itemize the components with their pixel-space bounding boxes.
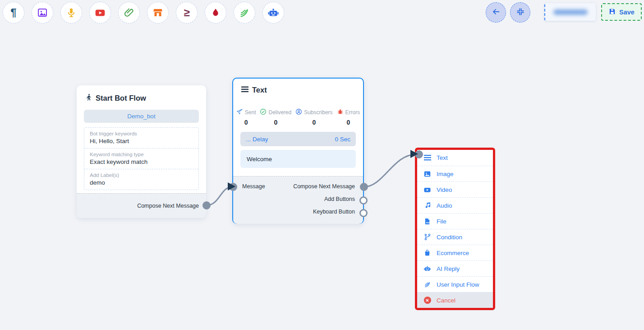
start-node-header: Start Bot Flow — [85, 93, 146, 103]
toolbar-file-element[interactable] — [118, 2, 140, 23]
signature-icon — [239, 7, 250, 18]
menu-item-text[interactable]: Text — [417, 150, 493, 166]
condition-icon — [423, 233, 431, 241]
field-value: Exact keyword match — [90, 158, 193, 165]
text-node-stats: Sent 0 Delivered 0 Subscribers 0 — [238, 108, 359, 126]
field-keyword-matching-type[interactable]: Keyword matching type Exact keyword matc… — [84, 148, 198, 169]
menu-item-label: Image — [437, 171, 454, 177]
menu-item-user-input-flow[interactable]: User Input Flow — [417, 276, 493, 292]
menu-item-label: User Input Flow — [437, 281, 479, 288]
message-text-box[interactable]: Welcome — [240, 150, 356, 168]
image-icon — [37, 7, 48, 18]
compose-next-message-output-label: Compose Next Message — [137, 203, 199, 209]
toolbar-image-element[interactable] — [32, 2, 53, 23]
robot-icon — [267, 7, 279, 19]
field-value: demo — [90, 179, 193, 186]
video-icon — [423, 186, 431, 194]
wire-start-to-text — [207, 187, 232, 205]
stat-value: 0 — [312, 119, 316, 126]
field-label: Add Label(s) — [90, 172, 193, 178]
redacted-label — [553, 9, 588, 15]
start-node-fields: Bot trigger keywords Hi, Hello, Start Ke… — [84, 127, 199, 190]
paperclip-icon — [124, 7, 134, 18]
hamburger-icon — [241, 86, 248, 94]
save-label: Save — [619, 9, 635, 16]
stat-value: 0 — [274, 119, 277, 126]
menu-item-ecommerce[interactable]: Ecommerce — [417, 245, 493, 260]
start-bot-flow-node[interactable]: Start Bot Flow Demo_bot Bot trigger keyw… — [77, 85, 206, 218]
cancel-icon: ✕ — [423, 297, 431, 304]
start-node-footer: Compose Next Message — [77, 193, 206, 218]
svg-text:PDF: PDF — [426, 222, 430, 224]
microphone-icon — [66, 7, 77, 18]
toolbar-ai-reply-element[interactable] — [262, 2, 284, 23]
arrow-left-icon — [491, 7, 501, 19]
fit-view-button[interactable] — [510, 2, 530, 23]
stat-label: Delivered — [268, 109, 291, 116]
subscriber-icon — [295, 108, 302, 116]
text-node-footer: Message Compose Next Message Add Buttons… — [233, 176, 363, 224]
field-value: Hi, Hello, Start — [90, 138, 193, 144]
field-bot-trigger-keywords[interactable]: Bot trigger keywords Hi, Hello, Start — [84, 128, 198, 148]
message-input-label: Message — [242, 183, 265, 190]
check-circle-icon — [260, 108, 267, 116]
save-button[interactable]: Save — [601, 3, 642, 21]
menu-item-label: Condition — [437, 234, 462, 241]
menu-item-ai-reply[interactable]: AI Reply — [417, 260, 493, 276]
menu-item-video[interactable]: Video — [417, 181, 493, 197]
toolbar-text-element[interactable]: ¶ — [3, 2, 24, 23]
toolbar-video-element[interactable] — [89, 2, 111, 23]
back-button[interactable] — [486, 2, 506, 23]
menu-item-cancel[interactable]: ✕ Cancel — [417, 292, 493, 308]
bug-icon — [337, 108, 344, 116]
menu-item-label: Text — [437, 154, 448, 161]
toolbar-ecommerce-element[interactable] — [147, 2, 169, 23]
walking-person-icon — [85, 93, 92, 103]
start-node-title: Start Bot Flow — [96, 94, 146, 102]
bot-name-button[interactable]: Demo_bot — [84, 110, 199, 123]
drop-icon — [211, 8, 221, 18]
toolbar-audio-element[interactable] — [60, 2, 82, 23]
menu-item-image[interactable]: Image — [417, 166, 493, 181]
delay-label: ... Delay — [246, 136, 268, 143]
youtube-icon — [94, 7, 106, 19]
delay-value: 0 Sec — [335, 136, 350, 143]
text-node-title: Text — [252, 86, 267, 94]
stat-label: Errors — [345, 109, 360, 116]
menu-item-file[interactable]: PDF File — [417, 213, 493, 229]
stat-value: 0 — [346, 119, 350, 126]
menu-item-condition[interactable]: Condition — [417, 229, 493, 245]
ecommerce-bag-icon — [423, 249, 431, 256]
menu-item-label: Ecommerce — [437, 250, 469, 256]
add-buttons-output-label: Add Buttons — [324, 196, 355, 202]
keyboard-button-port[interactable] — [359, 209, 368, 217]
stat-label: Subscribers — [304, 109, 332, 116]
image-icon — [423, 170, 431, 178]
stat-delivered: Delivered 0 — [260, 108, 291, 126]
field-label: Keyword matching type — [90, 152, 193, 157]
text-message-node[interactable]: Text Sent 0 Delivered 0 Subscri — [232, 78, 364, 224]
delay-setting[interactable]: ... Delay 0 Sec — [240, 132, 356, 146]
add-buttons-port[interactable] — [359, 196, 368, 205]
send-icon — [236, 108, 243, 116]
toolbar-user-input-element[interactable] — [234, 2, 255, 23]
keyboard-button-output-label: Keyboard Button — [313, 209, 355, 215]
toolbar-sequence-element[interactable]: ≥ — [176, 2, 198, 23]
stat-errors: Errors 0 — [337, 108, 360, 126]
text-icon — [423, 155, 431, 161]
text-node-header: Text — [241, 86, 267, 94]
menu-item-label: Video — [437, 186, 452, 193]
store-icon — [152, 7, 163, 18]
redacted-button[interactable] — [544, 3, 596, 21]
field-add-labels[interactable]: Add Label(s) demo — [84, 169, 198, 190]
menu-item-audio[interactable]: Audio — [417, 197, 493, 213]
ai-reply-robot-icon — [423, 265, 431, 273]
stat-label: Sent — [245, 109, 256, 116]
field-label: Bot trigger keywords — [90, 131, 193, 136]
stat-sent: Sent 0 — [236, 108, 256, 126]
audio-icon — [423, 202, 431, 209]
flow-builder-canvas: ¶ ≥ Save Start Bot Flo — [0, 0, 644, 330]
save-icon — [608, 8, 616, 17]
toolbar-drip-element[interactable] — [205, 2, 226, 23]
menu-item-label: Audio — [437, 202, 452, 209]
